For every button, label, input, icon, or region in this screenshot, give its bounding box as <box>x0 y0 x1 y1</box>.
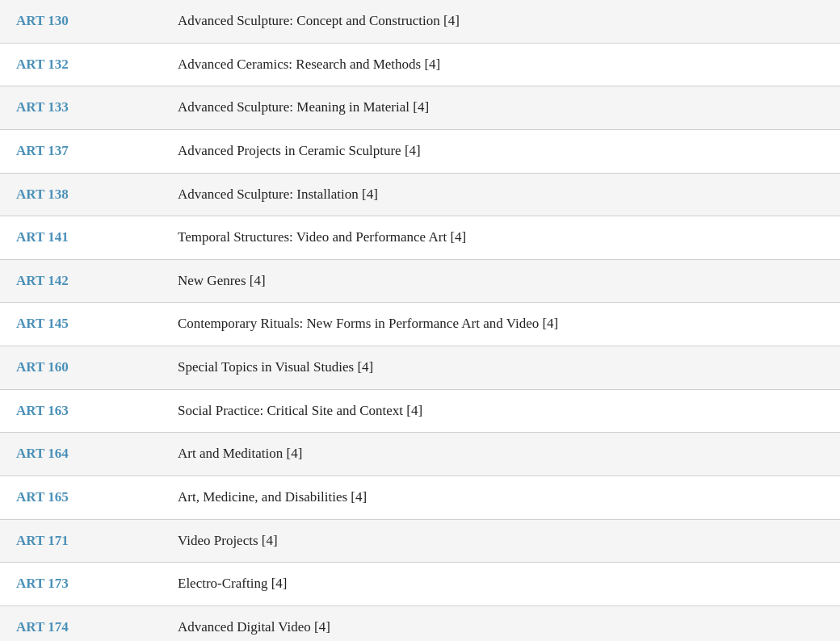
course-title: Art and Meditation [4] <box>170 433 840 476</box>
table-row: ART 133Advanced Sculpture: Meaning in Ma… <box>0 86 840 130</box>
course-code[interactable]: ART 141 <box>0 216 170 257</box>
course-code[interactable]: ART 173 <box>0 563 170 603</box>
course-table: ART 130Advanced Sculpture: Concept and C… <box>0 0 840 641</box>
course-code[interactable]: ART 130 <box>0 0 170 40</box>
course-title: Advanced Digital Video [4] <box>170 606 840 641</box>
course-code[interactable]: ART 142 <box>0 260 170 300</box>
table-row: ART 160Special Topics in Visual Studies … <box>0 346 840 390</box>
table-row: ART 173Electro-Crafting [4] <box>0 563 840 606</box>
course-title: Electro-Crafting [4] <box>170 563 840 605</box>
course-code[interactable]: ART 145 <box>0 303 170 343</box>
course-title: Social Practice: Critical Site and Conte… <box>170 390 840 433</box>
course-code[interactable]: ART 171 <box>0 520 170 560</box>
table-row: ART 145Contemporary Rituals: New Forms i… <box>0 303 840 346</box>
course-code[interactable]: ART 163 <box>0 390 170 430</box>
course-title: Advanced Projects in Ceramic Sculpture [… <box>170 130 840 173</box>
course-title: Advanced Sculpture: Meaning in Material … <box>170 86 840 129</box>
course-code[interactable]: ART 164 <box>0 433 170 473</box>
course-code[interactable]: ART 160 <box>0 346 170 387</box>
table-row: ART 130Advanced Sculpture: Concept and C… <box>0 0 840 44</box>
course-title: Contemporary Rituals: New Forms in Perfo… <box>170 303 840 346</box>
course-title: Advanced Sculpture: Concept and Construc… <box>170 0 840 43</box>
course-title: Advanced Sculpture: Installation [4] <box>170 174 840 216</box>
course-code[interactable]: ART 133 <box>0 86 170 127</box>
table-row: ART 138Advanced Sculpture: Installation … <box>0 174 840 217</box>
table-row: ART 142New Genres [4] <box>0 260 840 304</box>
course-code[interactable]: ART 174 <box>0 606 170 641</box>
table-row: ART 164Art and Meditation [4] <box>0 433 840 476</box>
course-title: Advanced Ceramics: Research and Methods … <box>170 44 840 86</box>
course-code[interactable]: ART 138 <box>0 174 170 214</box>
table-row: ART 132Advanced Ceramics: Research and M… <box>0 44 840 87</box>
course-code[interactable]: ART 137 <box>0 130 170 170</box>
table-row: ART 165Art, Medicine, and Disabilities [… <box>0 476 840 520</box>
table-row: ART 163Social Practice: Critical Site an… <box>0 390 840 434</box>
course-code[interactable]: ART 165 <box>0 476 170 517</box>
table-row: ART 137Advanced Projects in Ceramic Scul… <box>0 130 840 174</box>
course-title: Art, Medicine, and Disabilities [4] <box>170 476 840 519</box>
course-title: Special Topics in Visual Studies [4] <box>170 346 840 389</box>
course-title: Video Projects [4] <box>170 520 840 563</box>
course-title: New Genres [4] <box>170 260 840 303</box>
course-code[interactable]: ART 132 <box>0 44 170 84</box>
table-row: ART 171Video Projects [4] <box>0 520 840 563</box>
table-row: ART 141Temporal Structures: Video and Pe… <box>0 216 840 260</box>
table-row: ART 174Advanced Digital Video [4] <box>0 606 840 641</box>
course-title: Temporal Structures: Video and Performan… <box>170 216 840 259</box>
